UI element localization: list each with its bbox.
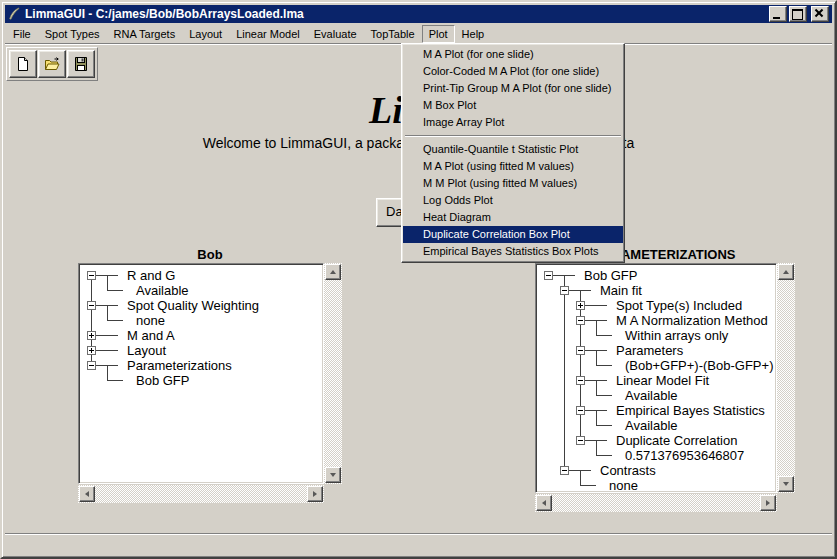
menu-item-color-coded-m-a-plot-for-one-slide[interactable]: Color-Coded M A Plot (for one slide) — [403, 63, 623, 80]
tree-node-m-and-a[interactable]: M and A — [85, 328, 323, 343]
tree-line — [542, 478, 558, 493]
collapse-toggle-icon[interactable] — [85, 268, 101, 283]
tree-node-parameters[interactable]: Parameters — [542, 343, 776, 358]
menubar-item-layout[interactable]: Layout — [182, 25, 229, 43]
expand-toggle-icon[interactable] — [85, 328, 101, 343]
tree-line — [590, 433, 611, 448]
expand-toggle-icon[interactable] — [85, 343, 101, 358]
tree-line — [542, 373, 558, 388]
right-tree-horizontal-scrollbar[interactable] — [535, 494, 777, 512]
tree-line — [101, 283, 131, 298]
right-tree[interactable]: Bob GFPMain fitSpot Type(s) IncludedM A … — [535, 263, 777, 493]
tree-node-none[interactable]: none — [542, 478, 776, 493]
menu-item-empirical-bayes-statistics-box-plots[interactable]: Empirical Bayes Statistics Box Plots — [403, 243, 623, 260]
save-file-button[interactable] — [67, 50, 95, 78]
tree-node-empirical-bayes-statistics[interactable]: Empirical Bayes Statistics — [542, 403, 776, 418]
tree-node-available[interactable]: Available — [542, 418, 776, 433]
tree-node-label: none — [609, 478, 638, 493]
menu-item-m-a-plot-using-fitted-m-values[interactable]: M A Plot (using fitted M values) — [403, 158, 623, 175]
tree-node-linear-model-fit[interactable]: Linear Model Fit — [542, 373, 776, 388]
menu-item-print-tip-group-m-a-plot-for-one-slide[interactable]: Print-Tip Group M A Plot (for one slide) — [403, 80, 623, 97]
scroll-right-button[interactable] — [760, 495, 776, 511]
tree-node-available[interactable]: Available — [542, 388, 776, 403]
tree-line — [542, 418, 558, 433]
tree-node-label: Within arrays only — [625, 328, 728, 343]
tree-node-label: Parameters — [616, 343, 683, 358]
collapse-toggle-icon[interactable] — [542, 268, 558, 283]
menu-item-log-odds-plot[interactable]: Log Odds Plot — [403, 192, 623, 209]
menubar-item-evaluate[interactable]: Evaluate — [307, 25, 364, 43]
tree-line — [574, 478, 604, 493]
scroll-up-button[interactable] — [778, 264, 794, 280]
tree-node-0-571376953646807[interactable]: 0.571376953646807 — [542, 448, 776, 463]
tree-node-available[interactable]: Available — [85, 283, 323, 298]
collapse-toggle-icon[interactable] — [558, 283, 574, 298]
collapse-toggle-icon[interactable] — [574, 373, 590, 388]
menubar-item-file[interactable]: File — [6, 25, 38, 43]
collapse-toggle-icon[interactable] — [574, 403, 590, 418]
menu-item-heat-diagram[interactable]: Heat Diagram — [403, 209, 623, 226]
menu-item-m-m-plot-using-fitted-m-values[interactable]: M M Plot (using fitted M values) — [403, 175, 623, 192]
tree-node-r-and-g[interactable]: R and G — [85, 268, 323, 283]
tree-node-within-arrays-only[interactable]: Within arrays only — [542, 328, 776, 343]
scroll-left-button[interactable] — [79, 486, 95, 502]
right-tree-vertical-scrollbar[interactable] — [777, 263, 795, 493]
open-file-button[interactable] — [38, 50, 66, 78]
menubar: FileSpot TypesRNA TargetsLayoutLinear Mo… — [5, 24, 832, 44]
tree-line — [558, 373, 574, 388]
tree-node-spot-type-s-included[interactable]: Spot Type(s) Included — [542, 298, 776, 313]
tree-line — [558, 313, 574, 328]
app-window: LimmaGUI - C:/james/Bob/BobArraysLoaded.… — [0, 0, 837, 559]
collapse-toggle-icon[interactable] — [574, 343, 590, 358]
tree-node-label: Main fit — [600, 283, 642, 298]
tree-node-none[interactable]: none — [85, 313, 323, 328]
collapse-toggle-icon[interactable] — [574, 433, 590, 448]
collapse-toggle-icon[interactable] — [85, 358, 101, 373]
menubar-item-help[interactable]: Help — [455, 25, 492, 43]
menu-item-image-array-plot[interactable]: Image Array Plot — [403, 114, 623, 131]
new-file-button[interactable] — [9, 50, 37, 78]
expand-toggle-icon[interactable] — [574, 298, 590, 313]
tree-node-bob-gfp[interactable]: Bob GFP — [542, 268, 776, 283]
menu-item-quantile-quantile-t-statistic-plot[interactable]: Quantile-Quantile t Statistic Plot — [403, 141, 623, 158]
tree-node-label: R and G — [127, 268, 175, 283]
tree-node-main-fit[interactable]: Main fit — [542, 283, 776, 298]
collapse-toggle-icon[interactable] — [574, 313, 590, 328]
menubar-item-rna-targets[interactable]: RNA Targets — [107, 25, 183, 43]
scroll-left-button[interactable] — [536, 495, 552, 511]
tree-node-layout[interactable]: Layout — [85, 343, 323, 358]
menu-item-m-a-plot-for-one-slide[interactable]: M A Plot (for one slide) — [403, 46, 623, 63]
menubar-item-linear-model[interactable]: Linear Model — [229, 25, 307, 43]
maximize-button[interactable] — [789, 6, 807, 22]
tree-node-m-a-normalization-method[interactable]: M A Normalization Method — [542, 313, 776, 328]
tree-line — [101, 298, 122, 313]
left-tree[interactable]: R and GAvailableSpot Quality Weightingno… — [78, 263, 324, 484]
tree-node-parameterizations[interactable]: Parameterizations — [85, 358, 323, 373]
tree-line — [590, 373, 611, 388]
left-tree-horizontal-scrollbar[interactable] — [78, 485, 324, 503]
menubar-item-toptable[interactable]: TopTable — [364, 25, 422, 43]
tree-node-bob-gfp-bob-gfp[interactable]: (Bob+GFP+)-(Bob-GFP+) — [542, 358, 776, 373]
scroll-down-button[interactable] — [778, 476, 794, 492]
menu-item-m-box-plot[interactable]: M Box Plot — [403, 97, 623, 114]
tree-line — [590, 403, 611, 418]
tree-node-duplicate-correlation[interactable]: Duplicate Correlation — [542, 433, 776, 448]
menubar-item-spot-types[interactable]: Spot Types — [38, 25, 107, 43]
minimize-button[interactable] — [769, 6, 787, 22]
tree-node-bob-gfp[interactable]: Bob GFP — [85, 373, 323, 388]
tree-node-spot-quality-weighting[interactable]: Spot Quality Weighting — [85, 298, 323, 313]
collapse-toggle-icon[interactable] — [558, 463, 574, 478]
collapse-toggle-icon[interactable] — [85, 298, 101, 313]
scroll-up-button[interactable] — [325, 264, 341, 280]
tree-line — [558, 403, 574, 418]
menu-item-duplicate-correlation-box-plot[interactable]: Duplicate Correlation Box Plot — [403, 226, 623, 243]
close-button[interactable] — [811, 6, 829, 22]
menubar-item-plot[interactable]: Plot — [422, 25, 455, 43]
scroll-down-button[interactable] — [325, 467, 341, 483]
tree-line — [101, 358, 122, 373]
titlebar[interactable]: LimmaGUI - C:/james/Bob/BobArraysLoaded.… — [5, 5, 832, 23]
scroll-right-button[interactable] — [307, 486, 323, 502]
tree-node-contrasts[interactable]: Contrasts — [542, 463, 776, 478]
left-tree-vertical-scrollbar[interactable] — [324, 263, 342, 484]
tree-line — [590, 448, 620, 463]
